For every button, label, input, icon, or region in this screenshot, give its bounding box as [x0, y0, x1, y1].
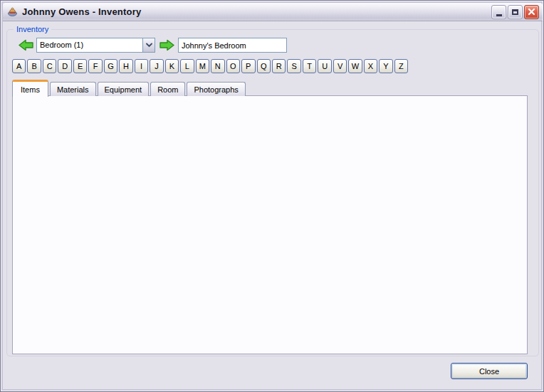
- alphabet-button-z[interactable]: Z: [394, 59, 408, 73]
- chevron-down-icon: [146, 43, 152, 48]
- maximize-icon: [512, 9, 518, 15]
- tab-photographs[interactable]: Photographs: [187, 82, 245, 96]
- alphabet-button-s[interactable]: S: [287, 59, 300, 73]
- close-window-button[interactable]: [524, 5, 539, 19]
- maximize-button[interactable]: [508, 5, 523, 19]
- alphabet-button-k[interactable]: K: [165, 59, 179, 73]
- alphabet-button-q[interactable]: Q: [257, 59, 271, 73]
- alphabet-button-n[interactable]: N: [211, 59, 224, 73]
- app-icon: [6, 6, 19, 18]
- alphabet-button-i[interactable]: I: [135, 59, 148, 73]
- application-window: Johnny Owens - Inventory Inventory Bedro…: [0, 0, 544, 392]
- dropdown-button[interactable]: [142, 38, 155, 52]
- minimize-button[interactable]: [491, 5, 506, 19]
- titlebar[interactable]: Johnny Owens - Inventory: [3, 3, 543, 21]
- room-dropdown[interactable]: Bedroom (1): [36, 38, 155, 53]
- close-button[interactable]: Close: [451, 363, 528, 379]
- previous-room-arrow-icon[interactable]: [18, 38, 34, 52]
- alphabet-button-g[interactable]: G: [104, 59, 117, 73]
- alphabet-button-l[interactable]: L: [180, 59, 194, 73]
- room-dropdown-value: Bedroom (1): [37, 38, 142, 52]
- alphabet-button-e[interactable]: E: [73, 59, 87, 73]
- alphabet-button-r[interactable]: R: [272, 59, 286, 73]
- alphabet-button-w[interactable]: W: [348, 59, 362, 73]
- alphabet-button-t[interactable]: T: [303, 59, 316, 73]
- alphabet-row: ABCDEFGHIJKLMNOPQRSTUVWXYZ: [12, 59, 408, 73]
- room-name-input[interactable]: [178, 38, 287, 53]
- alphabet-button-h[interactable]: H: [119, 59, 132, 73]
- close-icon: [528, 8, 535, 16]
- alphabet-button-y[interactable]: Y: [379, 59, 392, 73]
- next-room-arrow-icon[interactable]: [159, 38, 175, 52]
- alphabet-button-c[interactable]: C: [43, 59, 56, 73]
- alphabet-button-a[interactable]: A: [12, 59, 26, 73]
- alphabet-button-f[interactable]: F: [88, 59, 102, 73]
- alphabet-button-p[interactable]: P: [241, 59, 255, 73]
- inventory-group-label: Inventory: [14, 25, 51, 34]
- alphabet-button-o[interactable]: O: [226, 59, 240, 73]
- alphabet-button-v[interactable]: V: [333, 59, 347, 73]
- alphabet-button-u[interactable]: U: [318, 59, 331, 73]
- minimize-icon: [496, 14, 502, 16]
- alphabet-button-d[interactable]: D: [58, 59, 71, 73]
- tab-items[interactable]: Items: [12, 80, 48, 97]
- tab-equipment[interactable]: Equipment: [98, 82, 150, 96]
- tab-page-items: [12, 95, 528, 354]
- alphabet-button-m[interactable]: M: [196, 59, 209, 73]
- alphabet-button-j[interactable]: J: [150, 59, 163, 73]
- tab-bar: ItemsMaterialsEquipmentRoomPhotographs: [12, 79, 247, 96]
- tab-room[interactable]: Room: [150, 82, 185, 96]
- tab-materials[interactable]: Materials: [50, 82, 96, 96]
- window-title: Johnny Owens - Inventory: [22, 6, 141, 17]
- alphabet-button-b[interactable]: B: [27, 59, 41, 73]
- alphabet-button-x[interactable]: X: [364, 59, 377, 73]
